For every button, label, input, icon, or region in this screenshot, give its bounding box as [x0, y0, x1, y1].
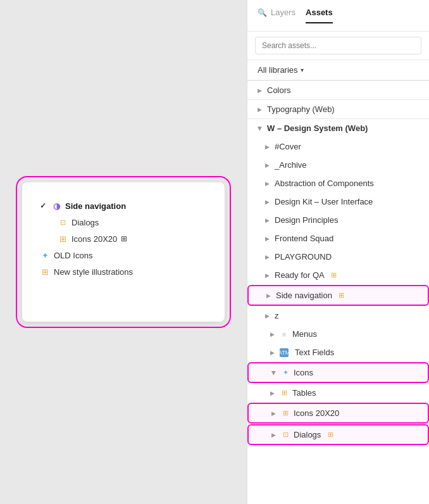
arrow-abstraction: ▶: [265, 180, 270, 187]
section-tables-label: Tables: [292, 388, 316, 398]
layer-icons-20x20-label: Icons 20X20: [72, 234, 117, 244]
chevron-down-icon: ▾: [301, 66, 304, 73]
layer-dialogs[interactable]: ⊡ Dialogs: [40, 214, 207, 230]
section-colors[interactable]: ▶ Colors: [247, 81, 429, 99]
section-colors-label: Colors: [267, 85, 291, 95]
search-bar: [247, 32, 429, 60]
section-design-kit[interactable]: ▶ Design Kit – User Interface: [247, 192, 429, 211]
section-cover-label: #Cover: [275, 142, 301, 151]
section-tables[interactable]: ▶ ⊞ Tables: [247, 384, 429, 402]
grid-icon-20x20: ⊞: [281, 409, 290, 418]
section-frontend-squad[interactable]: ▶ Frontend Squad: [247, 229, 429, 248]
tab-layers-label: Layers: [271, 8, 295, 17]
menu-icon: ≡: [280, 330, 289, 339]
check-icon: ✓: [40, 201, 46, 210]
arrow-z: ▶: [265, 313, 270, 319]
component-icon: ◑: [51, 201, 61, 211]
section-side-navigation-wrapper: ▶ Side navigation ⊞: [247, 285, 429, 306]
arrow-menus: ▶: [270, 331, 275, 337]
dialog-icon: ⊡: [58, 217, 68, 227]
arrow-side-nav: ▶: [266, 293, 271, 299]
libraries-bar[interactable]: All libraries ▾: [247, 60, 429, 80]
arrow-w-design: ▶: [257, 126, 263, 130]
section-dialogs-label: Dialogs: [294, 430, 321, 439]
search-icon: 🔍: [258, 8, 267, 17]
arrow-frontend: ▶: [265, 236, 270, 242]
section-playground[interactable]: ▶ PLAYGROUND: [247, 248, 429, 266]
arrow-cover: ▶: [265, 144, 270, 150]
layer-old-icons-label: OLD Icons: [54, 251, 92, 260]
canvas-area: ✓ ◑ Side navigation ⊡ Dialogs ⊞ Icons 20…: [0, 0, 247, 504]
table-icon: ⊞: [280, 389, 289, 398]
section-ready-for-qa[interactable]: ▶ Ready for QA ⊞: [247, 266, 429, 284]
search-input[interactable]: [255, 37, 421, 54]
arrow-typography: ▶: [258, 106, 262, 113]
sparkle-icon-panel: ✦: [281, 369, 290, 377]
arrow-design-principles: ▶: [265, 217, 270, 224]
arrow-icons20: ▶: [271, 410, 276, 417]
section-w-design-system[interactable]: ▶ W – Design System (Web): [247, 119, 429, 137]
section-abstraction-label: Abstraction of Components: [275, 179, 374, 188]
section-z-label: z: [275, 311, 279, 320]
section-design-principles-label: Design Principles: [275, 215, 338, 225]
section-dialogs[interactable]: ▶ ⊡ Dialogs ⊞: [247, 424, 429, 445]
layer-dialogs-label: Dialogs: [72, 218, 99, 227]
section-w-design-label: W – Design System (Web): [267, 123, 368, 133]
layer-icons-20x20[interactable]: ⊞ Icons 20X20 ⊞: [40, 230, 207, 247]
section-frontend-label: Frontend Squad: [275, 234, 333, 243]
section-archive-label: _Archive: [275, 160, 307, 170]
section-icons[interactable]: ▶ ✦ Icons: [247, 362, 429, 383]
section-icons-wrapper: ▶ ✦ Icons: [247, 362, 429, 383]
arrow-playground: ▶: [265, 254, 270, 260]
arrow-archive: ▶: [265, 162, 270, 168]
section-typography[interactable]: ▶ Typography (Web): [247, 100, 429, 118]
arrow-ready-qa: ▶: [265, 272, 270, 279]
dialog-icon-panel: ⊡: [281, 431, 290, 439]
panel-header: 🔍 Layers Assets: [247, 0, 429, 32]
panel-content[interactable]: ▶ Colors ▶ Typography (Web) ▶ W – Design…: [247, 81, 429, 504]
section-archive[interactable]: ▶ _Archive: [247, 156, 429, 174]
arrow-design-kit: ▶: [265, 199, 270, 205]
tab-layers[interactable]: 🔍 Layers: [258, 8, 295, 23]
section-icons-20x20-label: Icons 20X20: [294, 408, 339, 418]
section-icons-20x20[interactable]: ▶ ⊞ Icons 20X20: [247, 403, 429, 424]
section-text-fields[interactable]: ▶ ATM Text Fields: [247, 343, 429, 362]
section-cover[interactable]: ▶ #Cover: [247, 137, 429, 156]
arrow-dialogs: ▶: [271, 432, 276, 438]
tab-assets[interactable]: Assets: [306, 8, 333, 23]
canvas-card: ✓ ◑ Side navigation ⊡ Dialogs ⊞ Icons 20…: [22, 182, 225, 322]
section-typography-label: Typography (Web): [267, 104, 335, 114]
layer-new-style[interactable]: ⊞ New style illustrations: [40, 263, 207, 280]
section-z[interactable]: ▶ z: [247, 306, 429, 325]
section-dialogs-wrapper: ▶ ⊡ Dialogs ⊞: [247, 424, 429, 445]
section-menus-label: Menus: [292, 329, 317, 339]
section-design-kit-label: Design Kit – User Interface: [275, 197, 373, 206]
right-panel: 🔍 Layers Assets All libraries ▾ ▶ Colors…: [247, 0, 429, 504]
libraries-label: All libraries: [258, 65, 298, 75]
emoji-grid: ⊞: [121, 234, 127, 243]
tab-assets-label: Assets: [306, 8, 333, 17]
section-icons20-wrapper: ▶ ⊞ Icons 20X20: [247, 403, 429, 424]
section-menus[interactable]: ▶ ≡ Menus: [247, 325, 429, 343]
sparkle-icon: ✦: [40, 250, 50, 260]
section-text-fields-label: Text Fields: [295, 348, 334, 357]
section-design-principles[interactable]: ▶ Design Principles: [247, 211, 429, 229]
section-abstraction[interactable]: ▶ Abstraction of Components: [247, 174, 429, 192]
grid-emoji-sidenav: ⊞: [337, 291, 346, 300]
section-playground-label: PLAYGROUND: [275, 252, 332, 261]
layer-side-navigation[interactable]: ✓ ◑ Side navigation: [40, 198, 207, 214]
layer-side-navigation-label: Side navigation: [65, 201, 126, 211]
section-side-nav-label: Side navigation: [276, 291, 332, 300]
section-icons-label: Icons: [294, 368, 313, 377]
layer-old-icons[interactable]: ✦ OLD Icons: [40, 247, 207, 263]
layer-new-style-label: New style illustrations: [54, 267, 133, 277]
arrow-tables: ▶: [270, 390, 275, 396]
panel-tabs: 🔍 Layers Assets: [258, 8, 419, 23]
illustration-icon: ⊞: [40, 267, 50, 277]
section-ready-qa-label: Ready for QA: [275, 270, 325, 280]
grid-emoji-dialogs: ⊞: [326, 431, 335, 439]
grid-emoji-qa: ⊞: [330, 271, 339, 280]
section-side-navigation[interactable]: ▶ Side navigation ⊞: [247, 285, 429, 306]
grid-icon: ⊞: [58, 234, 68, 244]
arrow-text-fields: ▶: [270, 350, 275, 356]
